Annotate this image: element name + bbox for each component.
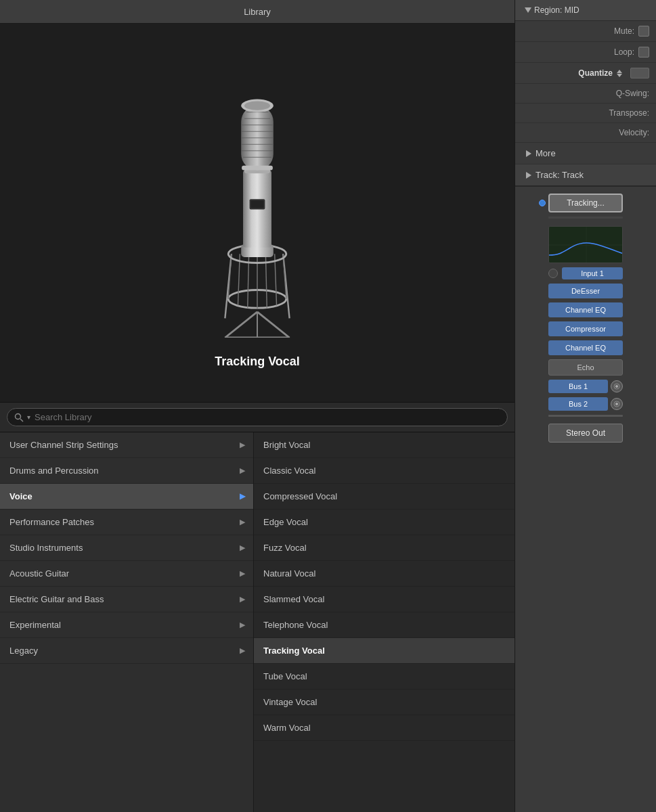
more-row[interactable]: More	[515, 143, 656, 164]
right-panel: Region: MID Mute: Loop: Quantize Q-Swing…	[515, 0, 656, 812]
svg-line-1	[257, 312, 290, 338]
bus2-icon[interactable]	[611, 398, 623, 410]
category-arrow-icon: ▶	[240, 492, 245, 501]
region-title: Region: MID	[534, 5, 580, 15]
category-label: User Channel Strip Settings	[9, 440, 118, 450]
svg-point-40	[615, 403, 618, 405]
preset-item-warm-vocal[interactable]: Warm Vocal	[254, 715, 515, 741]
search-bar: ▾	[0, 403, 515, 432]
search-input[interactable]	[35, 412, 500, 422]
quantize-value[interactable]	[630, 68, 649, 78]
track-label: Track: Track	[535, 170, 584, 180]
category-arrow-icon: ▶	[240, 621, 245, 629]
library-title: Library	[244, 7, 271, 17]
transpose-row: Transpose:	[515, 104, 656, 123]
preset-select-button[interactable]: Tracking...	[548, 194, 623, 212]
stereo-out-button[interactable]: Stereo Out	[548, 424, 623, 443]
loop-label: Loop:	[522, 47, 634, 57]
search-input-wrapper[interactable]: ▾	[7, 408, 508, 426]
preset-item-slammed-vocal[interactable]: Slammed Vocal	[254, 587, 515, 612]
bus2-button[interactable]: Bus 2	[548, 397, 608, 411]
preset-item-edge-vocal[interactable]: Edge Vocal	[254, 510, 515, 535]
track-row[interactable]: Track: Track	[515, 164, 656, 186]
channel-eq-1-label: Channel EQ	[565, 306, 606, 314]
category-arrow-icon: ▶	[240, 518, 245, 526]
quantize-label: Quantize	[522, 68, 613, 78]
preset-item-fuzz-vocal[interactable]: Fuzz Vocal	[254, 535, 515, 561]
more-expand-icon	[526, 150, 531, 157]
library-header: Library	[0, 0, 515, 24]
category-item-studio[interactable]: Studio Instruments ▶	[0, 535, 253, 561]
category-label: Studio Instruments	[9, 543, 83, 553]
quantize-up-icon	[617, 70, 622, 73]
category-label: Experimental	[9, 620, 61, 630]
preset-item-tube-vocal[interactable]: Tube Vocal	[254, 664, 515, 690]
fader-track	[548, 217, 623, 219]
compressor-label: Compressor	[565, 325, 606, 333]
preset-item-compressed-vocal[interactable]: Compressed Vocal	[254, 484, 515, 510]
svg-line-33	[20, 419, 23, 422]
velocity-label: Velocity:	[522, 128, 649, 137]
preset-item-bright-vocal[interactable]: Bright Vocal	[254, 432, 515, 458]
category-label: Performance Patches	[9, 517, 94, 527]
category-label: Voice	[9, 491, 32, 501]
preset-btn-label: Tracking...	[567, 198, 605, 208]
preset-item-vintage-vocal[interactable]: Vintage Vocal	[254, 690, 515, 715]
list-area: User Channel Strip Settings ▶ Drums and …	[0, 432, 515, 812]
preset-item-natural-vocal[interactable]: Natural Vocal	[254, 561, 515, 587]
categories-column: User Channel Strip Settings ▶ Drums and …	[0, 432, 254, 812]
mute-label: Mute:	[522, 26, 634, 36]
loop-checkbox[interactable]	[638, 47, 649, 58]
category-label: Legacy	[9, 646, 38, 656]
echo-plugin-btn[interactable]: Echo	[548, 359, 623, 376]
category-arrow-icon: ▶	[240, 441, 245, 449]
input-label[interactable]: Input 1	[562, 267, 623, 279]
region-section-header[interactable]: Region: MID	[515, 0, 656, 21]
mute-row: Mute:	[515, 21, 656, 42]
bus2-row: Bus 2	[548, 397, 623, 411]
category-item-performance[interactable]: Performance Patches ▶	[0, 510, 253, 535]
svg-line-0	[225, 312, 257, 338]
preset-item-telephone-vocal[interactable]: Telephone Vocal	[254, 612, 515, 638]
library-panel: Library	[0, 0, 515, 812]
eq-graph[interactable]	[548, 226, 623, 263]
category-arrow-icon: ▶	[240, 569, 245, 578]
preset-selected-indicator	[539, 200, 546, 206]
category-label: Acoustic Guitar	[9, 568, 69, 579]
svg-rect-31	[242, 166, 273, 171]
channel-eq-2-plugin-btn[interactable]: Channel EQ	[548, 340, 623, 355]
deesser-label: DeEsser	[571, 287, 600, 295]
category-item-drums[interactable]: Drums and Percussion ▶	[0, 458, 253, 484]
loop-row: Loop:	[515, 42, 656, 63]
category-item-legacy[interactable]: Legacy ▶	[0, 638, 253, 664]
category-arrow-icon: ▶	[240, 646, 245, 655]
category-label: Drums and Percussion	[9, 466, 99, 476]
category-item-experimental[interactable]: Experimental ▶	[0, 612, 253, 638]
bus1-button[interactable]: Bus 1	[548, 380, 608, 393]
region-section: Region: MID Mute: Loop: Quantize Q-Swing…	[515, 0, 656, 187]
compressor-plugin-btn[interactable]: Compressor	[548, 321, 623, 336]
bus1-row: Bus 1	[548, 380, 623, 393]
channel-eq-1-plugin-btn[interactable]: Channel EQ	[548, 302, 623, 317]
deesser-plugin-btn[interactable]: DeEsser	[548, 284, 623, 298]
region-collapse-icon	[525, 7, 531, 13]
category-item-user-channel[interactable]: User Channel Strip Settings ▶	[0, 432, 253, 458]
preset-button-container: Tracking...	[548, 194, 623, 212]
channel-eq-2-label: Channel EQ	[565, 344, 606, 352]
more-label: More	[535, 148, 556, 158]
category-label: Electric Guitar and Bass	[9, 594, 104, 604]
bus1-icon[interactable]	[611, 380, 623, 392]
mute-checkbox[interactable]	[638, 26, 649, 37]
preset-item-tracking-vocal[interactable]: Tracking Vocal	[254, 638, 515, 664]
category-item-voice[interactable]: Voice ▶	[0, 484, 253, 510]
category-arrow-icon: ▶	[240, 595, 245, 604]
category-item-acoustic[interactable]: Acoustic Guitar ▶	[0, 561, 253, 587]
mic-image	[196, 57, 318, 348]
presets-column: Bright VocalClassic VocalCompressed Voca…	[254, 432, 515, 812]
preset-item-classic-vocal[interactable]: Classic Vocal	[254, 458, 515, 484]
quantize-stepper[interactable]	[617, 70, 622, 77]
svg-rect-18	[250, 200, 263, 208]
qswing-label: Q-Swing:	[522, 89, 649, 98]
track-expand-icon	[526, 172, 531, 179]
category-item-electric[interactable]: Electric Guitar and Bass ▶	[0, 587, 253, 612]
